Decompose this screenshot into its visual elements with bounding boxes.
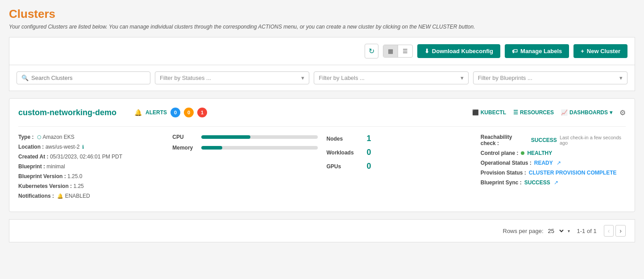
notifications-value: ENABLED	[65, 193, 90, 199]
chevron-down-icon: ▾	[301, 75, 304, 81]
info-icon: ℹ	[82, 144, 84, 150]
blueprint-sync-row: Blueprint Sync : SUCCESS ↗	[481, 179, 626, 186]
download-icon: ⬇	[424, 48, 429, 54]
rows-per-page: Rows per page: 25 50 100 ▾	[503, 227, 570, 235]
plus-icon: +	[581, 48, 584, 54]
eks-icon: ⬡	[37, 134, 42, 140]
page-navigation: ‹ ›	[604, 225, 626, 237]
blueprint-row: Blueprint : minimal	[18, 163, 163, 170]
filter-labels[interactable]: Filter by Labels ... ▾	[314, 71, 468, 84]
search-input[interactable]	[31, 75, 145, 81]
blueprint-value: minimal	[46, 163, 65, 170]
location-value: aws/us-west-2	[46, 144, 80, 150]
control-plane-value: HEALTHY	[527, 150, 552, 156]
search-icon: 🔍	[21, 75, 29, 81]
page-title: Clusters	[9, 7, 635, 21]
reachability-value: SUCCESS	[531, 137, 557, 143]
workloads-label: Workloads	[327, 150, 362, 156]
filter-labels-label: Filter by Labels ...	[319, 75, 365, 81]
nodes-value: 1	[367, 134, 371, 143]
search-box[interactable]: 🔍	[17, 71, 150, 84]
created-value: 05/31/2023, 02:46:01 PM PDT	[50, 154, 122, 160]
cluster-actions: ⬛ KUBECTL ☰ RESOURCES 📈 DASHBOARDS ▾ ⚙	[472, 108, 626, 117]
external-link-icon[interactable]: ↗	[554, 179, 558, 186]
filter-blueprints-label: Filter by Blueprints ...	[478, 75, 532, 81]
chevron-down-icon: ▾	[610, 109, 612, 116]
kubectl-button[interactable]: ⬛ KUBECTL	[472, 109, 506, 116]
blueprint-sync-value: SUCCESS	[524, 179, 550, 186]
memory-metric: Memory	[172, 145, 317, 151]
workloads-value: 0	[367, 148, 371, 157]
blueprint-version-value: 1.25.0	[67, 173, 82, 179]
k8s-version-row: Kubernetes Version : 1.25	[18, 183, 163, 189]
nodes-label: Nodes	[327, 136, 362, 142]
status-section: Reachability check : SUCCESS Last check-…	[481, 134, 626, 203]
list-view-button[interactable]: ☰	[398, 45, 412, 57]
resources-icon: ☰	[513, 109, 518, 116]
cluster-header: custom-networking-demo 🔔 ALERTS 0 0 1 ⬛ …	[18, 108, 626, 117]
type-value: Amazon EKS	[42, 134, 74, 140]
cpu-progress-fill	[201, 135, 250, 139]
memory-progress-bar	[201, 146, 317, 150]
health-dot	[521, 151, 524, 155]
memory-progress-fill	[201, 146, 222, 150]
external-link-icon[interactable]: ↗	[557, 160, 561, 166]
divider	[18, 126, 626, 127]
cpu-metric: CPU	[172, 134, 317, 140]
alerts-section: 🔔 ALERTS 0 0 1	[134, 108, 207, 117]
nodes-row: Nodes 1	[327, 134, 472, 143]
manage-labels-button[interactable]: 🏷 Manage Labels	[505, 44, 569, 58]
chevron-down-icon: ▾	[619, 75, 623, 81]
blueprint-version-row: Blueprint Version : 1.25.0	[18, 173, 163, 179]
settings-button[interactable]: ⚙	[619, 108, 626, 117]
workloads-row: Workloads 0	[327, 148, 472, 157]
location-row: Location : aws/us-west-2 ℹ	[18, 144, 163, 150]
cpu-progress-bar	[201, 135, 317, 139]
operational-row: Operational Status : READY ↗	[481, 160, 626, 166]
alert-badge-blue: 0	[170, 108, 180, 117]
gpus-value: 0	[367, 162, 371, 171]
reachability-timestamp: Last check-in a few seconds ago	[560, 135, 626, 146]
filter-statuses[interactable]: Filter by Statuses ... ▾	[155, 71, 309, 84]
alerts-label: ALERTS	[145, 109, 167, 116]
refresh-button[interactable]: ↻	[365, 44, 378, 58]
created-row: Created At : 05/31/2023, 02:46:01 PM PDT	[18, 154, 163, 160]
bell-icon: 🔔	[134, 109, 142, 116]
page-description: Your configured Clusters are listed belo…	[9, 24, 635, 30]
prev-page-button[interactable]: ‹	[604, 225, 614, 237]
toolbar: ↻ ▦ ☰ ⬇ Download Kubeconfig 🏷 Manage Lab…	[9, 37, 635, 65]
new-cluster-button[interactable]: + New Cluster	[573, 44, 627, 58]
refresh-icon: ↻	[369, 47, 374, 55]
metrics-section: CPU Memory	[172, 134, 317, 203]
gpus-label: GPUs	[327, 163, 362, 170]
reachability-row: Reachability check : SUCCESS Last check-…	[481, 134, 626, 146]
provision-value[interactable]: CLUSTER PROVISION COMPLETE	[529, 170, 617, 176]
dashboards-button[interactable]: 📈 DASHBOARDS ▾	[561, 109, 612, 116]
gear-icon: ⚙	[619, 109, 626, 117]
cluster-card: custom-networking-demo 🔔 ALERTS 0 0 1 ⬛ …	[9, 98, 635, 212]
alert-badge-orange: 0	[184, 108, 194, 117]
chart-icon: 📈	[561, 109, 568, 116]
bell-icon: 🔔	[57, 193, 63, 199]
control-plane-row: Control plane : HEALTHY	[481, 150, 626, 156]
download-kubeconfig-button[interactable]: ⬇ Download Kubeconfig	[417, 44, 500, 58]
k8s-version-value: 1.25	[73, 183, 83, 189]
operational-value[interactable]: READY	[534, 160, 553, 166]
resources-button[interactable]: ☰ RESOURCES	[513, 109, 554, 116]
card-view-button[interactable]: ▦	[383, 45, 398, 57]
view-toggle: ▦ ☰	[383, 45, 413, 58]
info-section: Type : ⬡ Amazon EKS Location : aws/us-we…	[18, 134, 163, 203]
filter-blueprints[interactable]: Filter by Blueprints ... ▾	[473, 71, 627, 84]
nodes-section: Nodes 1 Workloads 0 GPUs 0	[327, 134, 472, 203]
chevron-down-icon: ▾	[461, 75, 464, 81]
memory-label: Memory	[172, 145, 197, 151]
rows-select[interactable]: 25 50 100	[546, 227, 565, 235]
filter-statuses-label: Filter by Statuses ...	[160, 75, 211, 81]
type-row: Type : ⬡ Amazon EKS	[18, 134, 163, 140]
terminal-icon: ⬛	[472, 109, 479, 116]
filters-bar: 🔍 Filter by Statuses ... ▾ Filter by Lab…	[9, 65, 635, 91]
label-icon: 🏷	[512, 48, 518, 54]
cluster-name[interactable]: custom-networking-demo	[18, 108, 116, 117]
page-info: 1-1 of 1	[577, 228, 597, 234]
next-page-button[interactable]: ›	[615, 225, 626, 237]
